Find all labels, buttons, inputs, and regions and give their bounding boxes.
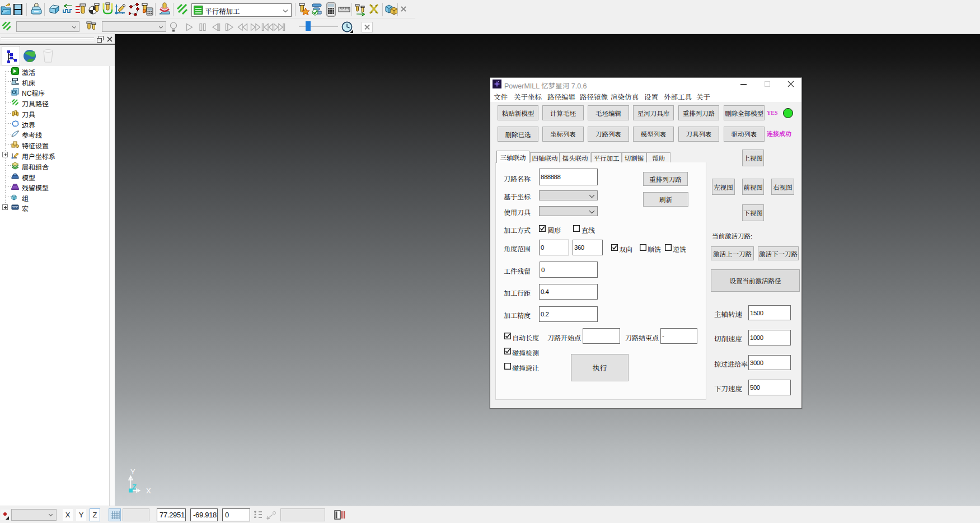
svg-text:Y: Y <box>130 468 135 476</box>
svg-text:X: X <box>146 487 151 495</box>
svg-text:Z: Z <box>132 483 137 491</box>
